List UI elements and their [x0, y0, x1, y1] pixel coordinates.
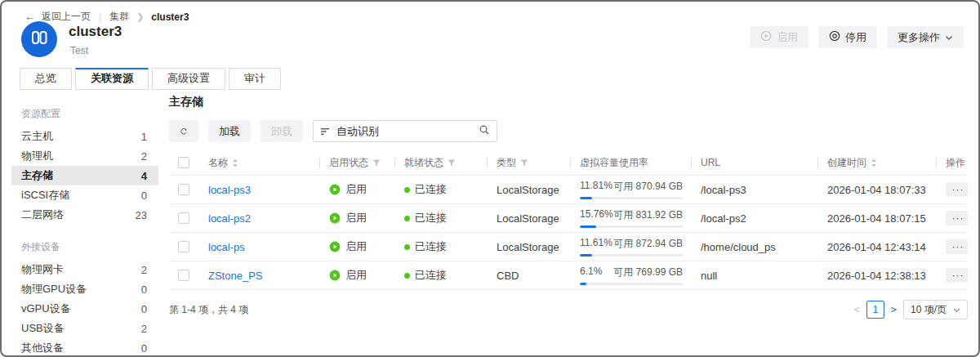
storage-name-link[interactable]: local-ps2 [208, 212, 251, 225]
storage-url: /local-ps3 [691, 184, 817, 196]
page-title: cluster3 [69, 24, 122, 40]
header-actions: 启用 停用 更多操作 [750, 26, 964, 48]
sidebar-item-physical-gpu[interactable]: 物理GPU设备 0 [11, 279, 158, 299]
storage-type: LocalStorage [487, 184, 570, 196]
refresh-icon [180, 126, 188, 137]
breadcrumb-section[interactable]: 集群 [109, 10, 129, 24]
sidebar-item-count: 2 [141, 323, 147, 335]
sidebar-item-vgpu[interactable]: vGPU设备 0 [11, 299, 158, 319]
sidebar-item-label: 云主机 [21, 129, 53, 144]
sidebar-item-physical-host[interactable]: 物理机 2 [11, 146, 158, 166]
created-time: 2026-01-04 12:43:14 [817, 241, 936, 253]
col-type[interactable]: 类型 [487, 150, 570, 175]
cluster-detail-window: ← 返回上一页 | 集群 ❯ cluster3 cluster3 Test 启用 [0, 0, 980, 357]
sidebar-section-title: 资源配置 [11, 103, 158, 127]
enabled-state-icon [329, 241, 341, 252]
filter-lines-icon [320, 124, 330, 139]
sidebar-item-label: 主存储 [21, 168, 53, 183]
sidebar-section-title: 外接设备 [11, 236, 158, 260]
page-number-button[interactable]: 1 [866, 301, 884, 319]
chevron-down-icon [945, 31, 953, 43]
row-checkbox[interactable] [178, 212, 189, 224]
row-more-actions-button[interactable]: ··· [946, 211, 968, 225]
sidebar-item-count: 0 [141, 190, 147, 202]
connected-dot-icon [404, 244, 410, 250]
col-label: 虚拟容量使用率 [580, 156, 648, 170]
col-name[interactable]: 名称 [198, 150, 319, 175]
col-label: 名称 [208, 156, 228, 170]
row-checkbox[interactable] [178, 241, 189, 252]
storage-name-link[interactable]: local-ps [208, 241, 245, 253]
tab-audit[interactable]: 审计 [229, 68, 281, 90]
enable-state-text: 启用 [345, 239, 367, 254]
tab-advanced-settings[interactable]: 高级设置 [152, 68, 225, 90]
disable-button[interactable]: 停用 [818, 26, 877, 48]
col-label: 启用状态 [329, 156, 368, 170]
col-label: 类型 [497, 156, 516, 170]
storage-type: LocalStorage [487, 212, 570, 225]
sidebar-item-primary-storage[interactable]: 主存储 4 [11, 166, 158, 185]
storage-name-link[interactable]: local-ps3 [208, 184, 251, 196]
sidebar-item-label: 物理GPU设备 [21, 282, 87, 297]
next-page-button[interactable]: > [891, 304, 897, 315]
storage-type: CBD [487, 270, 570, 282]
sidebar-item-count: 0 [141, 283, 147, 296]
search-icon[interactable] [479, 124, 490, 139]
table-row: local-ps2 启用 已连接 LocalStorage 15.76% 可用 … [169, 204, 968, 233]
col-enable-state[interactable]: 启用状态 [319, 150, 394, 175]
row-checkbox[interactable] [178, 270, 189, 281]
col-created[interactable]: 创建时间 [817, 150, 936, 175]
back-arrow-icon[interactable]: ← [24, 11, 35, 23]
refresh-button[interactable] [169, 120, 198, 142]
load-button[interactable]: 加载 [208, 120, 251, 142]
toolbar: 加载 卸载 自动识别 [169, 120, 968, 142]
disable-button-label: 停用 [845, 30, 866, 45]
row-more-actions-button[interactable]: ··· [946, 239, 968, 254]
sidebar-item-usb[interactable]: USB设备 2 [11, 319, 158, 338]
sort-icon [871, 158, 877, 167]
row-more-actions-button[interactable]: ··· [946, 182, 968, 197]
page-size-select[interactable]: 10 项/页 [903, 300, 968, 319]
select-all-checkbox[interactable] [178, 157, 189, 168]
enabled-state-icon [329, 212, 341, 224]
created-time: 2026-01-04 12:38:13 [817, 270, 936, 282]
tab-bar: 总览 关联资源 高级设置 审计 [20, 68, 281, 90]
search-input[interactable]: 自动识别 [313, 120, 497, 142]
sidebar-item-count: 2 [141, 150, 147, 163]
available-capacity: 可用 831.92 GB [613, 208, 683, 222]
search-value: 自动识别 [336, 124, 472, 139]
usage-percent: 11.61% [580, 237, 612, 251]
sidebar-item-other-device[interactable]: 其他设备 0 [11, 338, 158, 357]
enable-state-text: 启用 [345, 182, 367, 197]
unload-button[interactable]: 卸载 [261, 120, 303, 142]
stop-circle-icon [829, 30, 840, 44]
prev-page-button[interactable]: < [854, 304, 860, 315]
sidebar-item-count: 1 [141, 131, 147, 143]
sidebar-item-physical-nic[interactable]: 物理网卡 2 [11, 260, 158, 279]
usage-bar [580, 197, 683, 199]
row-more-actions-button[interactable]: ··· [946, 268, 968, 283]
capacity-cell: 6.1% 可用 769.99 GB [570, 266, 691, 285]
sidebar-item-l2-network[interactable]: 二层网络 23 [11, 205, 158, 225]
more-actions-button[interactable]: 更多操作 [887, 26, 964, 48]
storage-name-link[interactable]: ZStone_PS [208, 270, 263, 282]
col-ready-state[interactable]: 就绪状态 [394, 150, 487, 175]
col-label: 就绪状态 [404, 156, 443, 170]
enable-button-label: 启用 [777, 30, 798, 45]
ready-state-text: 已连接 [415, 182, 447, 197]
enable-button[interactable]: 启用 [750, 26, 808, 48]
row-checkbox[interactable] [178, 184, 189, 195]
col-label: 创建时间 [827, 156, 866, 170]
tab-related-resources[interactable]: 关联资源 [75, 68, 149, 90]
tab-overview[interactable]: 总览 [20, 68, 72, 90]
filter-icon [372, 159, 381, 167]
sidebar-item-iscsi-storage[interactable]: iSCSI存储 0 [11, 185, 158, 205]
back-link[interactable]: 返回上一页 [42, 10, 91, 24]
resource-sidebar: 资源配置 云主机 1 物理机 2 主存储 4 iSCSI存储 0 二层网络 23… [11, 103, 158, 357]
breadcrumb-divider: | [99, 11, 101, 23]
table-row: ZStone_PS 启用 已连接 CBD 6.1% 可用 769.99 GB n… [169, 261, 968, 290]
pagination: < 1 > 10 项/页 [854, 300, 968, 319]
col-capacity-usage: 虚拟容量使用率 [570, 150, 691, 175]
sidebar-item-count: 4 [141, 170, 147, 182]
sidebar-item-vm[interactable]: 云主机 1 [11, 127, 158, 146]
